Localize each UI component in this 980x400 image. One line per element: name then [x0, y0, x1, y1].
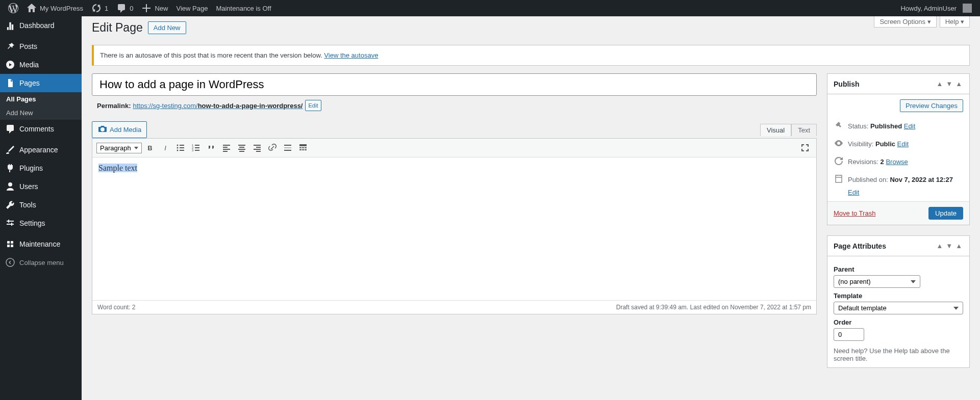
toggle-panel-icon[interactable]: ▲ [954, 79, 963, 89]
menu-posts[interactable]: Posts [0, 37, 82, 56]
user-icon [5, 181, 15, 192]
parent-select[interactable]: (no parent) [834, 275, 920, 288]
menu-users[interactable]: Users [0, 177, 82, 196]
svg-point-1 [177, 145, 179, 146]
submenu-add-new[interactable]: Add New [0, 106, 82, 120]
move-to-trash-link[interactable]: Move to Trash [834, 209, 875, 217]
svg-rect-25 [284, 145, 291, 146]
svg-rect-32 [299, 149, 301, 150]
view-autosave-link[interactable]: View the autosave [324, 51, 378, 59]
avatar [963, 4, 972, 13]
svg-rect-8 [195, 145, 199, 146]
tab-visual[interactable]: Visual [760, 124, 791, 136]
align-right-button[interactable] [250, 141, 264, 155]
attributes-title: Page Attributes [834, 242, 886, 250]
published-row: Published on: Nov 7, 2022 at 12:27 [834, 171, 963, 189]
title-input[interactable] [92, 73, 817, 96]
maintenance-link[interactable]: Maintenance is Off [212, 0, 275, 16]
view-page-link[interactable]: View Page [172, 0, 212, 16]
toolbar-toggle-button[interactable] [296, 141, 310, 155]
svg-rect-10 [195, 147, 199, 148]
svg-rect-6 [180, 150, 184, 151]
browse-revisions-link[interactable]: Browse [886, 158, 908, 166]
svg-rect-31 [305, 147, 307, 148]
screen-options-button[interactable]: Screen Options ▾ [874, 16, 936, 28]
readmore-button[interactable] [281, 141, 295, 155]
menu-pages[interactable]: Pages [0, 74, 82, 92]
howdy-label: Howdy, AdminUser [900, 5, 957, 12]
move-down-icon[interactable]: ▼ [945, 241, 953, 251]
template-select[interactable]: Default template [834, 302, 963, 314]
update-button[interactable]: Update [928, 207, 963, 220]
tab-text[interactable]: Text [791, 124, 817, 136]
menu-appearance[interactable]: Appearance [0, 141, 82, 159]
preview-changes-button[interactable]: Preview Changes [900, 99, 963, 112]
plug-icon [5, 163, 15, 173]
media-icon [5, 60, 15, 70]
edit-date-link[interactable]: Edit [848, 189, 859, 196]
svg-rect-21 [254, 145, 261, 146]
svg-text:3: 3 [192, 149, 194, 152]
menu-plugins[interactable]: Plugins [0, 159, 82, 177]
fullscreen-button[interactable] [798, 141, 812, 155]
comments-icon [5, 124, 15, 134]
menu-tools[interactable]: Tools [0, 196, 82, 214]
svg-rect-15 [223, 149, 230, 150]
move-down-icon[interactable]: ▼ [945, 79, 953, 89]
edit-visibility-link[interactable]: Edit [897, 140, 909, 148]
status-row: Status: Published Edit [834, 117, 963, 135]
order-label: Order [834, 318, 963, 326]
svg-rect-14 [223, 147, 228, 148]
menu-collapse[interactable]: Collapse menu [0, 253, 82, 272]
menu-dashboard[interactable]: Dashboard [0, 16, 82, 35]
notice-text: There is an autosave of this post that i… [100, 51, 324, 59]
submenu-pages: All Pages Add New [0, 92, 82, 120]
svg-rect-2 [180, 145, 184, 146]
toggle-panel-icon[interactable]: ▲ [954, 241, 963, 251]
brush-icon [5, 145, 15, 155]
svg-rect-24 [256, 151, 261, 152]
add-media-button[interactable]: Add Media [92, 121, 147, 138]
updates-link[interactable]: 1 [87, 0, 112, 16]
svg-rect-33 [302, 149, 304, 150]
revisions-row: Revisions: 2 Browse [834, 153, 963, 171]
edit-status-link[interactable]: Edit [904, 122, 915, 130]
link-button[interactable] [265, 141, 280, 155]
svg-rect-29 [299, 147, 301, 148]
submenu-all-pages[interactable]: All Pages [0, 92, 82, 106]
numbered-list-button[interactable]: 123 [189, 141, 203, 155]
new-content-link[interactable]: New [137, 0, 172, 16]
blockquote-button[interactable] [204, 141, 218, 155]
edit-slug-button[interactable]: Edit [305, 100, 322, 111]
editor-body[interactable]: Sample text [92, 157, 816, 300]
comments-link[interactable]: 0 [112, 0, 137, 16]
svg-rect-13 [223, 145, 230, 146]
order-input[interactable] [834, 328, 864, 341]
svg-rect-34 [305, 149, 307, 150]
menu-comments[interactable]: Comments [0, 120, 82, 138]
move-up-icon[interactable]: ▲ [935, 241, 944, 251]
account-link[interactable]: Howdy, AdminUser [896, 0, 976, 16]
wordpress-logo[interactable] [4, 0, 22, 16]
save-status: Draft saved at 9:39:49 am. Last edited o… [616, 304, 811, 311]
italic-button[interactable]: I [158, 141, 172, 155]
page-attributes-box: Page Attributes ▲▼▲ Parent (no parent) T… [827, 235, 970, 368]
svg-point-5 [177, 150, 179, 151]
menu-settings[interactable]: Settings [0, 214, 82, 232]
align-center-button[interactable] [235, 141, 249, 155]
menu-media[interactable]: Media [0, 56, 82, 74]
add-new-button[interactable]: Add New [148, 21, 186, 34]
bullet-list-button[interactable] [173, 141, 188, 155]
align-left-button[interactable] [219, 141, 234, 155]
move-up-icon[interactable]: ▲ [935, 79, 944, 89]
menu-maintenance[interactable]: Maintenance [0, 235, 82, 253]
comments-count: 0 [130, 5, 133, 12]
help-button[interactable]: Help ▾ [940, 16, 970, 28]
permalink-link[interactable]: https://sg-testing.com/how-to-add-a-page… [133, 102, 303, 110]
bold-button[interactable]: B [143, 141, 157, 155]
plus-icon [141, 3, 152, 13]
site-name-link[interactable]: My WordPress [22, 0, 87, 16]
format-select[interactable]: Paragraph [96, 143, 142, 153]
page-icon [5, 78, 15, 88]
maintenance-icon [5, 239, 15, 249]
